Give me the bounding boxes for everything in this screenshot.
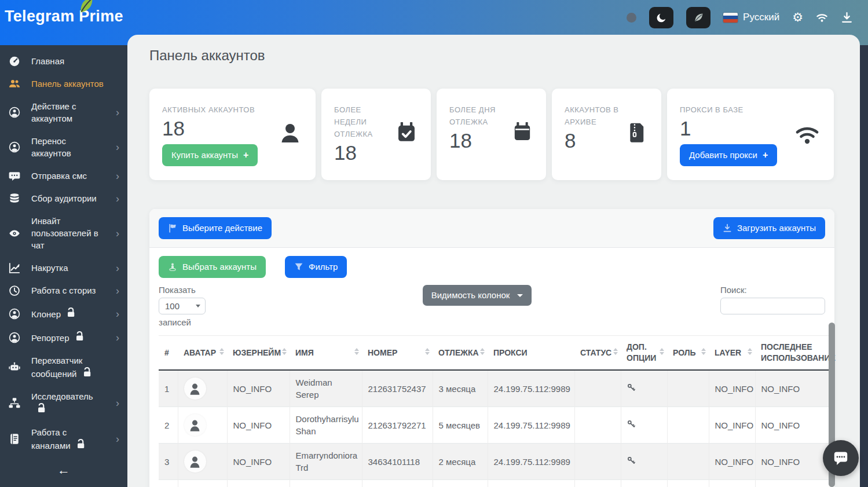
sidebar-item-label: Исследователь bbox=[31, 390, 107, 416]
table-row[interactable]: 1NO_INFOWeidman Serep2126317524373 месяц… bbox=[159, 370, 830, 407]
column-header-otlezhka[interactable]: ОТЛЕЖКА bbox=[433, 336, 488, 371]
cell-avatar bbox=[178, 370, 227, 407]
sidebar-item[interactable]: Клонер› bbox=[0, 302, 127, 325]
sidebar-item-label: Работа с сториз bbox=[31, 284, 107, 296]
status-dot bbox=[627, 13, 636, 23]
sidebar-item-label: Клонер bbox=[31, 307, 107, 320]
theme-moon-button[interactable] bbox=[649, 7, 673, 28]
stat-card-button[interactable]: Купить аккаунты+ bbox=[162, 144, 258, 166]
per-page-select[interactable]: 100 bbox=[159, 298, 206, 314]
filter-label: Фильтр bbox=[309, 261, 338, 273]
cell-name bbox=[290, 480, 362, 487]
column-header-username[interactable]: ЮЗЕРНЕЙМ bbox=[227, 336, 290, 371]
person-circle-icon bbox=[8, 107, 21, 118]
column-header-role[interactable]: РОЛЬ bbox=[667, 336, 709, 371]
sidebar-item[interactable]: Отправка смс› bbox=[0, 164, 127, 187]
sidebar-collapse-button[interactable]: ← bbox=[0, 463, 127, 478]
select-action-button[interactable]: Выберите действие bbox=[159, 217, 272, 239]
sidebar-item[interactable]: Главная bbox=[0, 50, 127, 72]
cell-username: NO_INFO bbox=[227, 370, 290, 407]
cell-options[interactable] bbox=[621, 407, 667, 444]
sort-carets-icon bbox=[219, 348, 224, 355]
cell-username: NO_INFO bbox=[227, 407, 290, 444]
sidebar-item[interactable]: Накрутка› bbox=[0, 257, 127, 279]
chat-icon bbox=[8, 170, 21, 182]
table-row[interactable]: 2NO_INFODorothyharrisylu Shan21263179227… bbox=[159, 407, 830, 444]
table-row[interactable] bbox=[159, 480, 830, 487]
column-header-layer[interactable]: LAYER bbox=[709, 336, 755, 371]
table-row[interactable]: 3NO_INFOEmarryndoniora Trd346341011182 м… bbox=[159, 444, 830, 480]
stat-card: БОЛЕЕ НЕДЕЛИ ОТЛЕЖКА18 bbox=[321, 89, 431, 180]
search-block: Поиск: bbox=[720, 285, 825, 314]
search-input[interactable] bbox=[720, 298, 825, 314]
stat-label: БОЛЕЕ ДНЯ ОТЛЕЖКА bbox=[449, 104, 506, 128]
unlock-icon bbox=[64, 307, 77, 318]
sidebar-item-label: Работа с каналами bbox=[31, 426, 107, 452]
plus-icon: + bbox=[763, 149, 768, 161]
stat-button-label: Купить аккаунты bbox=[171, 149, 238, 161]
stat-card-button[interactable]: Добавить прокси+ bbox=[680, 144, 777, 166]
cell-last_use bbox=[755, 480, 830, 487]
sort-carets-icon bbox=[425, 348, 430, 355]
cell-options[interactable] bbox=[621, 444, 667, 480]
cell-num bbox=[159, 480, 178, 487]
column-header-number[interactable]: НОМЕР bbox=[362, 336, 433, 371]
unlock-icon bbox=[80, 367, 93, 378]
chevron-right-icon: › bbox=[116, 264, 119, 272]
cell-name: Dorothyharrisylu Shan bbox=[290, 407, 362, 444]
language-selector[interactable]: Русский bbox=[723, 12, 779, 23]
key-icon bbox=[627, 420, 636, 429]
sidebar-item[interactable]: Работа с сториз› bbox=[0, 279, 127, 302]
choose-accounts-label: Выбрать аккаунты bbox=[182, 261, 257, 273]
cell-otlezhka: 5 месяцев bbox=[433, 407, 488, 444]
cell-layer: NO_INFO bbox=[709, 444, 755, 480]
sidebar-item[interactable]: Исследователь› bbox=[0, 385, 127, 421]
graph-up-icon bbox=[8, 262, 21, 274]
column-header-proxy: ПРОКСИ bbox=[488, 336, 574, 371]
cell-options[interactable] bbox=[621, 370, 667, 407]
sidebar-item[interactable]: Репортер› bbox=[0, 325, 127, 349]
upload-accounts-button[interactable]: Загрузить аккаунты bbox=[713, 217, 825, 239]
chat-widget-button[interactable] bbox=[823, 440, 859, 476]
cell-username: NO_INFO bbox=[227, 444, 290, 480]
clock-history-icon bbox=[8, 285, 21, 296]
choose-accounts-button[interactable]: Выбрать аккаунты bbox=[159, 256, 266, 278]
person-circle-icon bbox=[8, 332, 21, 343]
chevron-right-icon: › bbox=[116, 108, 119, 116]
person-icon bbox=[279, 122, 302, 145]
sort-carets-icon bbox=[613, 348, 618, 355]
speedometer-icon bbox=[8, 56, 21, 67]
sort-carets-icon bbox=[480, 348, 485, 355]
sidebar-item[interactable]: Перенос аккаунтов› bbox=[0, 130, 127, 164]
cell-num: 3 bbox=[159, 444, 178, 480]
column-visibility-button[interactable]: Видимость колонок bbox=[423, 285, 532, 306]
sidebar-item[interactable]: Инвайт пользователей в чат› bbox=[0, 210, 127, 257]
chevron-right-icon: › bbox=[116, 334, 119, 342]
accounts-panel: Выберите действие Загрузить аккаунты Выб… bbox=[149, 209, 834, 487]
chevron-right-icon: › bbox=[116, 399, 119, 407]
column-header-name[interactable]: ИМЯ bbox=[290, 336, 362, 371]
settings-gear-icon[interactable]: ⚙ bbox=[792, 10, 803, 24]
sidebar-item[interactable]: Сбор аудитории› bbox=[0, 187, 127, 210]
wifi-icon[interactable] bbox=[816, 12, 828, 24]
cell-role bbox=[667, 370, 709, 407]
column-header-status[interactable]: СТАТУС bbox=[574, 336, 621, 371]
brand-word-first: Telegram bbox=[5, 8, 79, 25]
russia-flag-icon bbox=[723, 13, 738, 23]
eco-leaf-button[interactable] bbox=[686, 7, 710, 28]
cell-username bbox=[227, 480, 290, 487]
sidebar-item[interactable]: Перехватчик сообщений bbox=[0, 349, 127, 385]
column-header-options[interactable]: ДОП. ОПЦИИ bbox=[621, 336, 667, 371]
cell-otlezhka bbox=[433, 480, 488, 487]
brand-logo: Telegram Prime bbox=[5, 3, 123, 28]
filter-button[interactable]: Фильтр bbox=[285, 256, 347, 278]
column-header-avatar[interactable]: АВАТАР bbox=[178, 336, 227, 371]
sidebar-item[interactable]: Работа с каналами› bbox=[0, 421, 127, 457]
funnel-icon bbox=[294, 262, 303, 272]
records-label: записей bbox=[159, 317, 274, 327]
download-icon[interactable] bbox=[841, 12, 853, 24]
sidebar-item[interactable]: Действие с аккаунтом› bbox=[0, 95, 127, 130]
cell-avatar bbox=[178, 480, 227, 487]
sidebar-item-label: Действие с аккаунтом bbox=[31, 100, 107, 125]
sidebar-item[interactable]: Панель аккаунтов bbox=[0, 72, 127, 95]
